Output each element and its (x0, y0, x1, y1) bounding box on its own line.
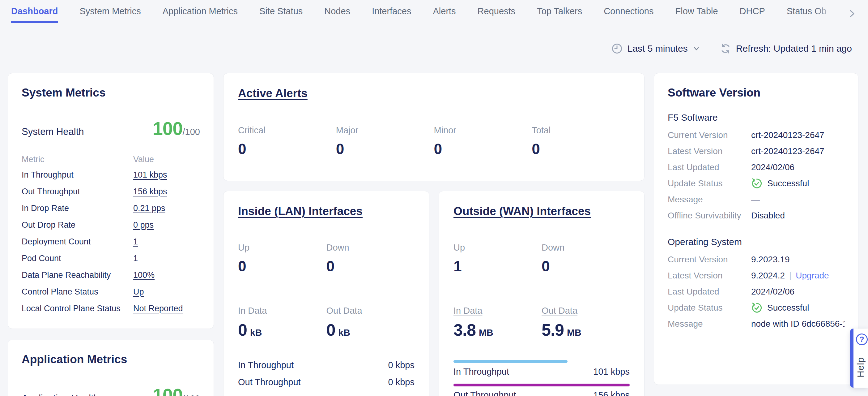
tab-top-talkers[interactable]: Top Talkers (537, 6, 582, 23)
metric-value-link[interactable]: 0 pps (133, 220, 200, 230)
help-panel-toggle[interactable]: ? Help (850, 329, 868, 388)
row-value: 9.2023.19 (751, 255, 844, 264)
tab-dhcp[interactable]: DHCP (740, 6, 765, 23)
health-denominator: /100 (183, 394, 200, 396)
refresh-control[interactable]: Refresh: Updated 1 min ago (720, 43, 852, 54)
metric-value-link[interactable]: 1 (133, 237, 200, 247)
metric-label: Pod Count (22, 254, 133, 263)
metric-value-link[interactable]: Not Reported (133, 304, 200, 313)
refresh-status-text: Refresh: Updated 1 min ago (736, 43, 852, 54)
interfaces-row: Inside (LAN) Interfaces Up 0 Down 0 In D… (223, 191, 645, 396)
software-version-card: Software Version F5 Software Current Ver… (654, 73, 859, 385)
system-metrics-table: Metric Value In Throughput 101 kbps Out … (22, 152, 200, 317)
wan-out-throughput-row: Out Throughput 156 kbps (454, 380, 630, 396)
tab-status-objects[interactable]: Status Ob (787, 6, 827, 23)
nav-scroll-right-button[interactable] (846, 7, 858, 20)
tab-nodes[interactable]: Nodes (324, 6, 350, 23)
table-row: In Drop Rate 0.21 pps (22, 200, 200, 217)
latest-version-value: 9.2024.2 (751, 271, 785, 281)
alert-count: 0 (532, 140, 630, 158)
alert-label: Minor (434, 125, 532, 136)
out-data-link[interactable]: Out Data (541, 306, 630, 316)
table-row: Local Control Plane Status Not Reported (22, 300, 200, 317)
row-label: Latest Version (668, 146, 751, 156)
row-value: crt-20240123-2647 (751, 130, 844, 140)
tab-requests[interactable]: Requests (477, 6, 516, 23)
in-throughput-label: In Throughput (238, 360, 294, 370)
row-value: — (751, 195, 844, 204)
out-data-unit: MB (567, 327, 582, 338)
out-throughput-value: 156 kbps (593, 390, 630, 396)
tab-site-status[interactable]: Site Status (259, 6, 303, 23)
lan-title-link[interactable]: Inside (LAN) Interfaces (238, 205, 414, 218)
wan-out-data: Out Data 5.9 MB (541, 306, 630, 339)
alert-count: 0 (238, 140, 336, 158)
down-label: Down (327, 243, 415, 253)
clock-icon (612, 43, 623, 54)
help-label: Help (855, 350, 867, 384)
wan-data: In Data 3.8 MB Out Data 5.9 MB (454, 306, 630, 339)
health-value: 100 (152, 385, 182, 396)
out-throughput-label: Out Throughput (238, 377, 301, 387)
lan-up-stat: Up 0 (238, 243, 327, 275)
lan-in-throughput-row: In Throughput 0 kbps (238, 357, 414, 374)
in-data-unit: kB (250, 327, 262, 338)
row-value: 2024/02/06 (751, 287, 844, 297)
system-health-score: 100/100 (152, 118, 200, 139)
row-label: Latest Version (668, 271, 751, 281)
metric-value-link[interactable]: 1 (133, 254, 200, 263)
tab-dashboard[interactable]: Dashboard (11, 6, 58, 23)
table-row: Data Plane Reachability 100% (22, 267, 200, 283)
latest-version-row: Latest Version crt-20240123-2647 (668, 143, 844, 159)
down-label: Down (541, 243, 630, 253)
tab-system-metrics[interactable]: System Metrics (80, 6, 141, 23)
lan-throughput: In Throughput 0 kbps Out Throughput 0 kb… (238, 357, 414, 391)
lan-out-throughput-row: Out Throughput 0 kbps (238, 374, 414, 391)
top-nav: Dashboard System Metrics Application Met… (0, 0, 868, 25)
tab-alerts[interactable]: Alerts (433, 6, 456, 23)
out-throughput-bar (454, 384, 630, 387)
metric-column-header: Metric (22, 155, 133, 164)
lan-data: In Data 0 kB Out Data 0 kB (238, 306, 414, 339)
table-row: Control Plane Status Up (22, 283, 200, 300)
update-success-icon (751, 302, 762, 313)
health-value: 100 (152, 118, 182, 139)
dashboard-toolbar: Last 5 minutes Refresh: Updated 1 min ag… (0, 38, 868, 59)
row-label: Message (668, 195, 751, 204)
metric-value-link[interactable]: 101 kbps (133, 170, 200, 180)
application-health-label: Application Health (22, 393, 99, 396)
metric-value-link[interactable]: Up (133, 287, 200, 297)
time-range-value: Last 5 minutes (627, 43, 688, 54)
metric-value-link[interactable]: 0.21 pps (133, 204, 200, 213)
right-column: Software Version F5 Software Current Ver… (654, 73, 859, 385)
metric-value-link[interactable]: 156 kbps (133, 187, 200, 196)
tab-connections[interactable]: Connections (604, 6, 653, 23)
lan-down-stat: Down 0 (327, 243, 415, 275)
alert-count: 0 (336, 140, 434, 158)
tab-application-metrics[interactable]: Application Metrics (163, 6, 238, 23)
operating-system-rows: Current Version 9.2023.19 Latest Version… (668, 252, 844, 332)
out-throughput-value: 0 kbps (388, 377, 414, 387)
upgrade-link[interactable]: Upgrade (796, 271, 829, 281)
in-data-link[interactable]: In Data (454, 306, 541, 316)
up-value: 0 (238, 258, 327, 275)
out-data-label: Out Data (327, 306, 415, 316)
update-status-row: Update Status Successful (668, 175, 844, 192)
metric-value-link[interactable]: 100% (133, 271, 200, 280)
tab-flow-table[interactable]: Flow Table (675, 6, 718, 23)
last-updated-row: Last Updated 2024/02/06 (668, 284, 844, 300)
metric-label: Out Throughput (22, 187, 133, 196)
alert-label: Major (336, 125, 434, 136)
tab-interfaces[interactable]: Interfaces (372, 6, 411, 23)
alert-stat-total: Total 0 (532, 125, 630, 158)
in-data-label: In Data (238, 306, 327, 316)
wan-up-down: Up 1 Down 0 (454, 243, 630, 275)
lan-interfaces-card: Inside (LAN) Interfaces Up 0 Down 0 In D… (223, 191, 429, 396)
active-alerts-title-link[interactable]: Active Alerts (238, 87, 630, 100)
up-label: Up (238, 243, 327, 253)
time-range-selector[interactable]: Last 5 minutes (612, 43, 700, 54)
software-version-title: Software Version (668, 86, 844, 99)
wan-title-link[interactable]: Outside (WAN) Interfaces (454, 205, 630, 218)
row-label: Message (668, 319, 751, 329)
health-denominator: /100 (183, 127, 200, 137)
